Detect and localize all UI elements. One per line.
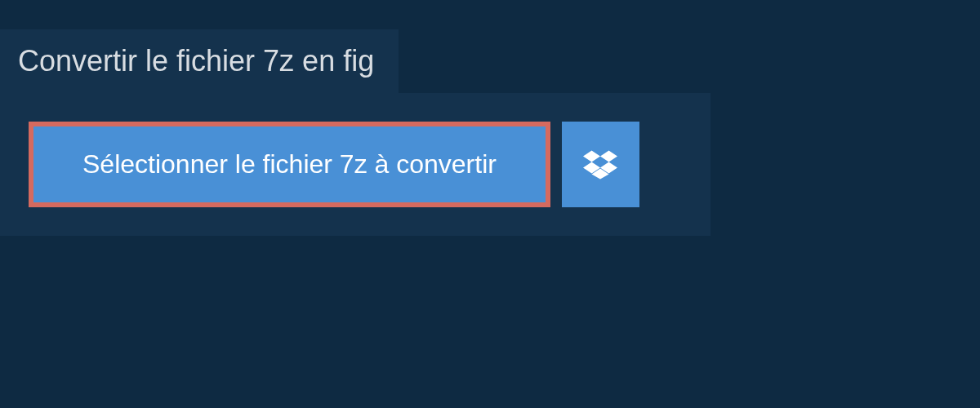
tab-convert[interactable]: Convertir le fichier 7z en fig	[0, 29, 399, 93]
select-file-label: Sélectionner le fichier 7z à convertir	[82, 149, 497, 180]
dropbox-icon	[583, 148, 617, 182]
convert-panel: Sélectionner le fichier 7z à convertir	[0, 93, 710, 236]
button-row: Sélectionner le fichier 7z à convertir	[29, 122, 682, 207]
select-file-button[interactable]: Sélectionner le fichier 7z à convertir	[29, 122, 550, 207]
tab-title: Convertir le fichier 7z en fig	[18, 44, 374, 78]
dropbox-button[interactable]	[562, 122, 639, 207]
